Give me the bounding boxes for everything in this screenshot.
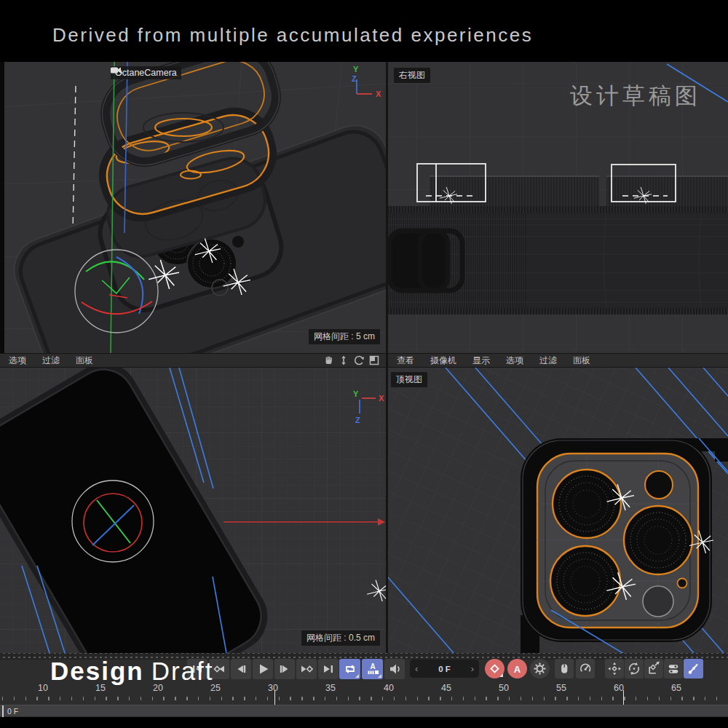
frame-number[interactable]: 60 <box>608 683 630 693</box>
menu-panel[interactable]: 面板 <box>76 355 93 367</box>
next-key-button[interactable] <box>296 659 317 679</box>
svg-text:A: A <box>370 662 375 670</box>
viewport-label[interactable]: 顶视图 <box>391 372 427 387</box>
frame-number[interactable]: 65 <box>665 683 687 693</box>
next-key-icon <box>296 659 317 679</box>
frame-number[interactable]: 50 <box>493 683 515 693</box>
axis-gizmo: Y Z X <box>352 65 381 98</box>
camera-label[interactable]: OctaneCamera <box>111 66 181 79</box>
dial-icon <box>576 659 595 678</box>
next-frame-icon <box>274 659 295 679</box>
move-tool-icon <box>605 659 624 678</box>
tool-controls <box>605 659 703 678</box>
scale-tool-button[interactable] <box>644 659 663 678</box>
menu-view[interactable]: 查看 <box>397 355 414 367</box>
mouse-mode-button[interactable] <box>555 659 574 678</box>
layer-toggle-button[interactable] <box>664 659 683 678</box>
layers-icon <box>664 659 683 678</box>
prev-frame-icon <box>231 659 251 679</box>
svg-text:Z: Z <box>352 74 357 83</box>
viewport-front-view[interactable]: Y X Z 网格间距 : 0.5 cm <box>0 368 386 653</box>
menu-options[interactable]: 选项 <box>506 355 523 367</box>
sketch-watermark: 设计草稿图 <box>570 81 701 111</box>
top-view-canvas[interactable] <box>388 368 728 653</box>
svg-text:X: X <box>379 394 384 403</box>
scale-tool-icon <box>644 659 663 678</box>
autokey-range-icon: A <box>363 659 383 679</box>
watermark-bold: Design <box>50 657 144 685</box>
input-device-controls <box>555 659 595 678</box>
line-tool-button[interactable] <box>684 659 703 678</box>
key-settings-icon <box>530 659 550 678</box>
frame-number[interactable]: 30 <box>262 683 284 693</box>
svg-text:X: X <box>376 90 381 98</box>
front-view-canvas[interactable]: Y X Z <box>0 368 386 653</box>
playback-option-controls: A <box>339 659 405 679</box>
menu-filter[interactable]: 过滤 <box>539 355 557 367</box>
frame-increment-chevron[interactable]: › <box>471 664 474 673</box>
frame-number[interactable]: 45 <box>435 683 457 693</box>
viewport-perspective[interactable]: Y Z X OctaneCamera 网格间距 : 5 cm <box>0 62 386 353</box>
autokey-range-button[interactable]: A <box>362 659 383 679</box>
mouse-icon <box>555 659 574 678</box>
viewport-right-view[interactable]: 右视图 设计草稿图 <box>388 62 728 353</box>
frame-number[interactable]: 35 <box>320 683 341 693</box>
camera-icon <box>111 66 122 74</box>
goto-end-icon <box>318 659 339 679</box>
viewport-edge <box>0 62 4 353</box>
sound-button[interactable] <box>384 659 405 679</box>
pan-vertical-icon[interactable] <box>338 355 349 366</box>
frame-decrement-chevron[interactable]: ‹ <box>415 664 418 673</box>
playhead-label: 0 F <box>7 707 18 716</box>
perspective-canvas[interactable]: Y Z X <box>0 62 386 353</box>
loop-icon <box>340 659 360 679</box>
frame-number[interactable]: 40 <box>378 683 400 693</box>
svg-text:Y: Y <box>353 389 359 398</box>
playhead[interactable] <box>2 705 4 717</box>
camera-module-top <box>521 438 728 653</box>
right-view-menubar: 查看 摄像机 显示 选项 过滤 面板 <box>388 353 728 368</box>
svg-text:Y: Y <box>353 65 359 74</box>
menu-options[interactable]: 选项 <box>9 355 26 367</box>
banner-text: Derived from multiple accumulated experi… <box>52 24 533 47</box>
frame-number[interactable]: 55 <box>550 683 572 693</box>
menu-camera[interactable]: 摄像机 <box>430 355 456 367</box>
viewport-top-view[interactable]: 顶视图 <box>388 368 728 653</box>
svg-text:Z: Z <box>355 416 360 424</box>
perspective-menubar: 选项 过滤 面板 <box>0 353 386 368</box>
frame-counter-value: 0 F <box>438 665 451 673</box>
orbit-icon[interactable] <box>353 355 365 366</box>
rotate-tool-button[interactable] <box>625 659 644 678</box>
menu-filter[interactable]: 过滤 <box>42 355 60 367</box>
camera-label-text: OctaneCamera <box>115 68 177 78</box>
line-tool-icon <box>684 659 703 678</box>
rotate-tool-icon <box>625 659 644 678</box>
timeline-slider[interactable]: 0 F <box>0 705 728 716</box>
autokey-icon: A <box>507 659 527 678</box>
play-button[interactable] <box>253 659 273 679</box>
grid-spacing-badge: 网格间距 : 5 cm <box>309 329 380 344</box>
grid-spacing-badge: 网格间距 : 0.5 cm <box>301 630 380 646</box>
frame-counter-field[interactable]: ‹ 0 F › <box>410 660 479 678</box>
record-key-icon <box>485 659 505 678</box>
goto-end-button[interactable] <box>318 659 339 679</box>
key-settings-button[interactable] <box>530 659 550 678</box>
record-key-button[interactable] <box>485 659 505 678</box>
dial-mode-button[interactable] <box>576 659 595 678</box>
svg-text:A: A <box>514 664 521 675</box>
menu-panel[interactable]: 面板 <box>573 355 590 367</box>
move-tool-button[interactable] <box>605 659 624 678</box>
loop-button[interactable] <box>339 659 360 679</box>
design-draft-watermark: DesignDraft <box>50 657 214 686</box>
play-icon <box>253 659 273 679</box>
prev-frame-button[interactable] <box>231 659 251 679</box>
pan-hand-icon[interactable] <box>323 355 334 366</box>
autokey-button[interactable]: A <box>507 659 527 678</box>
menu-display[interactable]: 显示 <box>472 355 490 367</box>
next-frame-button[interactable] <box>274 659 295 679</box>
keyframe-controls: A <box>485 659 550 678</box>
viewport-label[interactable]: 右视图 <box>394 68 430 83</box>
maximize-view-icon[interactable] <box>368 355 380 366</box>
sound-icon <box>384 659 405 679</box>
frame-ticks <box>2 697 726 702</box>
